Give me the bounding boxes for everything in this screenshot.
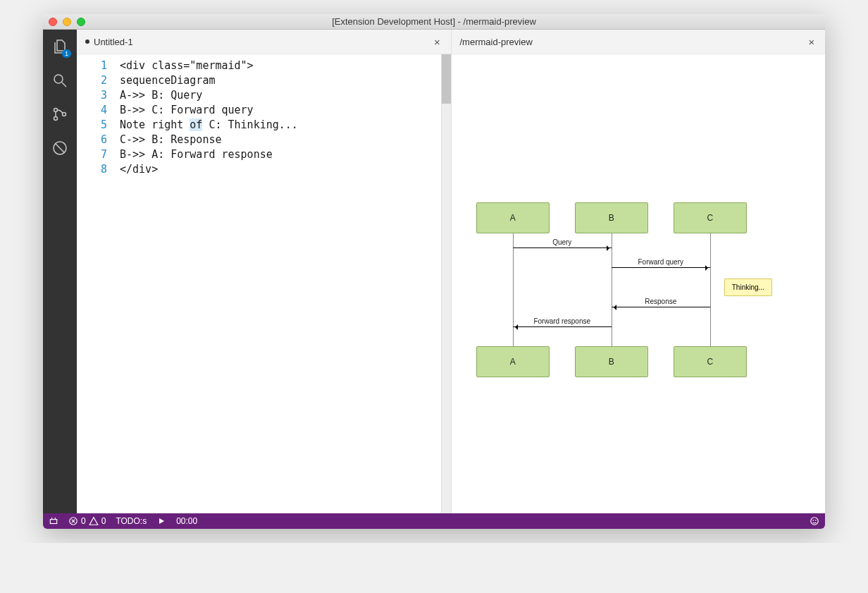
svg-point-2 (54, 109, 58, 112)
message-arrow (513, 247, 612, 248)
editor-tabs: Untitled-1 × (77, 30, 451, 54)
titlebar[interactable]: [Extension Development Host] - /mermaid-… (43, 14, 825, 30)
window-title: [Extension Development Host] - /mermaid-… (43, 16, 825, 27)
remote-indicator[interactable] (49, 516, 58, 526)
note-box: Thinking... (724, 279, 772, 296)
debug-icon[interactable] (50, 138, 70, 158)
code-editor[interactable]: 12345678 <div class="mermaid">sequenceDi… (77, 54, 451, 513)
editor-pane-right: /mermaid-preview × ABCQueryForward query… (452, 30, 826, 513)
warnings-count: 0 (101, 516, 106, 526)
problems-indicator[interactable]: 0 0 (68, 516, 106, 526)
status-bar: 0 0 TODO:s 00:00 (43, 513, 825, 529)
editor-pane-left: Untitled-1 × 12345678 <div class="mermai… (77, 30, 452, 513)
message-label: Response (643, 298, 678, 305)
actor-box: C (674, 346, 747, 377)
actor-box: B (575, 346, 648, 377)
message-label: Forward query (636, 258, 686, 266)
app-window: [Extension Development Host] - /mermaid-… (43, 14, 825, 529)
close-tab-button[interactable]: × (431, 35, 444, 48)
errors-count: 0 (81, 516, 86, 526)
workbench: 1 Untitled-1 × (43, 30, 825, 513)
tab-preview[interactable]: /mermaid-preview (460, 37, 533, 47)
dirty-indicator (85, 39, 89, 44)
svg-point-0 (54, 75, 63, 83)
svg-line-1 (62, 82, 66, 87)
svg-point-13 (811, 518, 819, 525)
actor-box: A (476, 346, 550, 377)
svg-point-14 (813, 520, 814, 521)
code-content[interactable]: <div class="mermaid">sequenceDiagramA->>… (116, 54, 441, 513)
close-preview-button[interactable]: × (805, 35, 818, 48)
timer[interactable]: 00:00 (176, 516, 197, 526)
actor-box: A (476, 202, 550, 233)
search-icon[interactable] (50, 71, 70, 90)
tab-untitled[interactable]: Untitled-1 (85, 37, 133, 47)
svg-rect-7 (50, 520, 56, 524)
files-badge: 1 (62, 49, 71, 58)
message-arrow (612, 307, 710, 307)
overview-ruler[interactable] (441, 54, 451, 513)
tab-label-text: Untitled-1 (94, 37, 133, 47)
lifeline (710, 233, 711, 346)
editor-area: Untitled-1 × 12345678 <div class="mermai… (77, 30, 825, 513)
message-label: Query (550, 238, 574, 246)
message-label: Forward response (531, 317, 593, 325)
source-control-icon[interactable] (50, 104, 70, 124)
mermaid-preview: ABCQueryForward queryThinking...Response… (452, 54, 826, 513)
sequence-diagram: ABCQueryForward queryThinking...Response… (476, 202, 800, 384)
message-arrow (513, 326, 612, 327)
svg-point-15 (815, 520, 816, 521)
activity-bar: 1 (43, 30, 77, 513)
todo-indicator[interactable]: TODO:s (116, 516, 147, 526)
actor-box: B (575, 202, 648, 233)
files-icon[interactable]: 1 (50, 37, 70, 56)
feedback-icon[interactable] (810, 516, 819, 526)
svg-line-6 (56, 144, 64, 152)
preview-tab-label: /mermaid-preview (460, 37, 533, 47)
svg-point-3 (54, 117, 58, 121)
actor-box: C (674, 202, 747, 233)
message-arrow (612, 267, 710, 268)
play-icon[interactable] (156, 516, 166, 526)
line-gutter: 12345678 (77, 54, 116, 513)
preview-tabs: /mermaid-preview × (452, 30, 826, 54)
scroll-thumb[interactable] (442, 54, 451, 104)
